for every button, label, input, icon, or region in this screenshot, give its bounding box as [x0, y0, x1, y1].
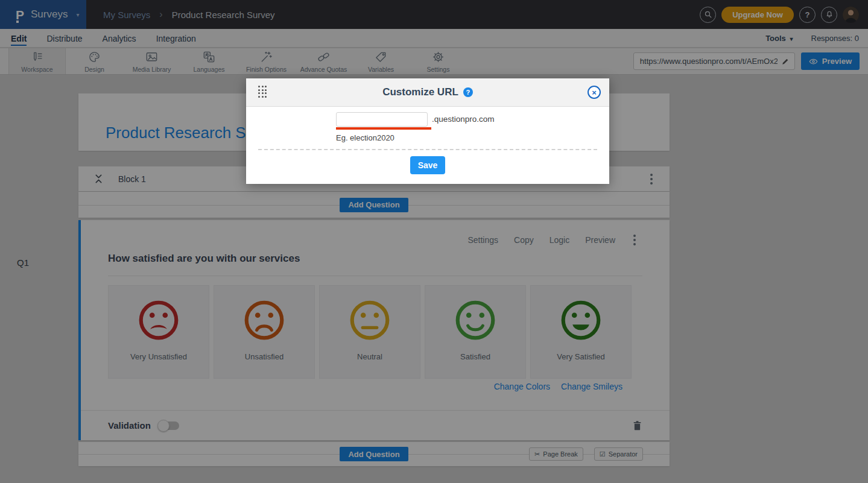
example-hint: Eg. election2020	[336, 133, 394, 142]
questionpro-survey-editor: P Surveys ▾ My Surveys › Product Researc…	[0, 0, 868, 483]
modal-title: Customize URL ?	[382, 86, 473, 98]
domain-suffix-label: .questionpro.com	[432, 115, 495, 124]
save-button[interactable]: Save	[410, 156, 445, 174]
modal-separator	[258, 149, 597, 150]
customize-url-modal: Customize URL ? × .questionpro.com Eg. e…	[246, 78, 609, 184]
modal-help-icon[interactable]: ?	[463, 87, 473, 97]
drag-handle-icon[interactable]	[258, 86, 267, 98]
modal-close-button[interactable]: ×	[588, 86, 601, 99]
required-field-underline	[336, 127, 431, 130]
modal-backdrop	[0, 0, 868, 483]
custom-url-input[interactable]	[336, 112, 428, 127]
modal-header: Customize URL ? ×	[246, 78, 609, 107]
modal-body: .questionpro.com Eg. election2020 Save	[246, 107, 609, 184]
